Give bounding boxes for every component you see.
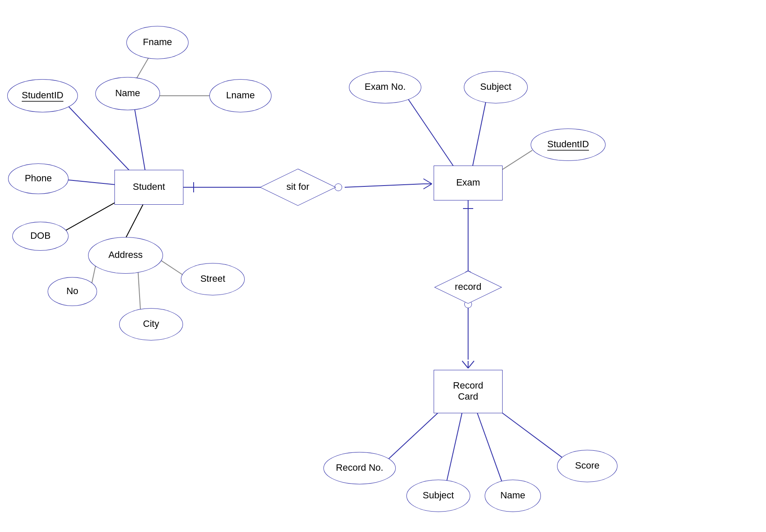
er-diagram (0, 0, 766, 532)
